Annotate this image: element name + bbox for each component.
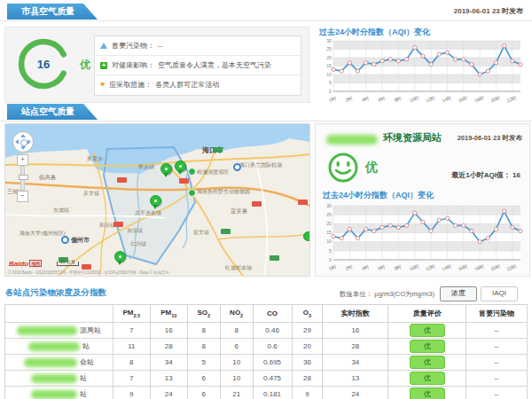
road-shield-icon bbox=[117, 177, 127, 183]
value-cell: 6 bbox=[187, 371, 220, 387]
heart-icon: ♥ bbox=[100, 75, 105, 94]
svg-text:4时: 4时 bbox=[361, 95, 370, 103]
air-quality-dashboard: 市县空气质量 2019-06-01 23 时发布 16 优 首要污染物：-- +… bbox=[0, 0, 532, 399]
table-title: 各站点污染物浓度及分指数 bbox=[5, 287, 106, 299]
zoom-track[interactable] bbox=[20, 166, 25, 191]
concentration-toggle-button[interactable]: 浓度 bbox=[440, 286, 477, 301]
poi-icon[interactable] bbox=[61, 236, 69, 244]
svg-text:10时: 10时 bbox=[409, 95, 420, 103]
column-header: SO2 bbox=[187, 305, 220, 323]
station-name-suffix: 会站 bbox=[80, 357, 94, 367]
info-row-health: +对健康影响：空气质量令人满意，基本无空气污染 bbox=[95, 56, 301, 75]
info-value: -- bbox=[158, 42, 162, 50]
map-attribution: © 2019 Baidu - GS(2018)5572号 - 甲测资字11009… bbox=[8, 270, 169, 275]
value-cell: 24 bbox=[323, 387, 388, 399]
map-place-label: 红旗村农场 bbox=[225, 264, 252, 272]
unit-note: 数值单位： μg/m3(CO为mg/m3) bbox=[340, 290, 434, 299]
station-marker-pin[interactable] bbox=[175, 160, 186, 172]
info-row-measures: ♥应采取措施：各类人群可正常活动 bbox=[95, 75, 301, 94]
svg-text:8时: 8时 bbox=[394, 263, 403, 271]
svg-text:10: 10 bbox=[326, 72, 332, 77]
road-shield-icon bbox=[252, 201, 262, 207]
map-pan-control[interactable] bbox=[12, 131, 34, 153]
station-marker-pin[interactable] bbox=[150, 195, 161, 207]
value-cell: 36 bbox=[292, 355, 323, 371]
svg-text:14时: 14时 bbox=[441, 95, 452, 103]
road-shield-icon bbox=[179, 178, 189, 184]
station-marker-pin[interactable] bbox=[160, 163, 172, 175]
station-column-header bbox=[5, 305, 113, 323]
primary-pollutant-cell: -- bbox=[466, 339, 528, 355]
svg-text:30: 30 bbox=[326, 38, 332, 43]
value-cell: 6 bbox=[187, 387, 220, 399]
value-cell: 28 bbox=[323, 339, 388, 355]
road-shield-icon bbox=[213, 147, 223, 153]
svg-text:12时: 12时 bbox=[425, 263, 436, 271]
svg-text:0: 0 bbox=[329, 257, 332, 262]
value-cell: 29 bbox=[292, 323, 323, 339]
city-aqi-panel: 16 优 首要污染物：-- +对健康影响：空气质量令人满意，基本无空气污染 ♥应… bbox=[4, 27, 309, 103]
pan-up-icon[interactable] bbox=[20, 134, 26, 137]
publish-date-top: 2019-06-01 23 时发布 bbox=[454, 6, 523, 16]
blurred-station-name bbox=[31, 374, 77, 383]
aqi-info-box: 首要污染物：-- +对健康影响：空气质量令人满意，基本无空气污染 ♥应采取措施：… bbox=[94, 35, 301, 96]
road-shield-icon bbox=[270, 255, 279, 261]
divider bbox=[0, 121, 532, 121]
svg-text:0: 0 bbox=[329, 89, 332, 94]
quality-badge: 优 bbox=[410, 372, 445, 385]
column-header: CO bbox=[253, 305, 292, 323]
baidu-logo: Baidu地图 bbox=[9, 260, 42, 268]
svg-text:2时: 2时 bbox=[345, 95, 354, 103]
baidu-map[interactable]: 海口市海口美兰国际机场程澜湖度假区海南热带野生动植物园定安县富文镇临高县美夏乡桥… bbox=[4, 123, 310, 277]
value-cell: 34 bbox=[150, 355, 187, 371]
value-cell: 0.46 bbox=[253, 323, 292, 339]
scenic-poi-icon[interactable] bbox=[188, 168, 196, 176]
map-place-label: 海口美兰国际机场 bbox=[239, 161, 282, 169]
zoom-handle[interactable] bbox=[19, 175, 28, 180]
svg-text:12时: 12时 bbox=[425, 95, 436, 103]
column-header: PM2.5 bbox=[113, 305, 150, 323]
station-marker-dot[interactable] bbox=[303, 231, 310, 241]
svg-text:22时: 22时 bbox=[506, 263, 518, 271]
scenic-poi-icon[interactable] bbox=[188, 189, 196, 197]
road-shield-icon bbox=[113, 222, 123, 227]
chart-title-station: 过去24小时分指数（AQI）变化 bbox=[323, 190, 434, 201]
station-name-suffix: 站 bbox=[82, 341, 90, 351]
station-publish-date: 2019-06-01 23 时发布 bbox=[458, 134, 522, 143]
value-cell: 9 bbox=[113, 387, 150, 399]
value-cell: 16 bbox=[323, 323, 388, 339]
zoom-in-button[interactable]: + bbox=[17, 154, 28, 166]
zoom-out-button[interactable]: − bbox=[17, 191, 28, 202]
pan-down-icon[interactable] bbox=[20, 146, 26, 150]
column-header: 实时指数 bbox=[323, 305, 388, 323]
map-place-label: 定安县 bbox=[231, 207, 248, 215]
column-header: PM10 bbox=[150, 305, 187, 323]
map-scale: 20 公里 bbox=[57, 259, 79, 266]
svg-text:16时: 16时 bbox=[458, 95, 469, 103]
health-icon: + bbox=[100, 62, 107, 69]
station-name-cell: 站 bbox=[5, 371, 113, 387]
value-cell: 16 bbox=[150, 323, 187, 339]
aqi-24h-chart-station: 0510152025300时2时4时6时8时10时12时14时16时18时20时… bbox=[319, 202, 525, 275]
station-marker-pin[interactable] bbox=[114, 251, 126, 262]
blurred-station-name bbox=[28, 342, 80, 351]
station-panel: 环境资源局站 2019-06-01 23 时发布 优 最近1小时AQI值： 16… bbox=[315, 123, 530, 277]
value-cell: 9 bbox=[292, 387, 323, 399]
table-row: 源局站716880.462916优-- bbox=[5, 323, 528, 339]
svg-text:5: 5 bbox=[329, 80, 332, 85]
divider bbox=[0, 20, 532, 21]
road-shield-icon bbox=[221, 229, 231, 234]
road-shield-icon bbox=[82, 264, 91, 270]
value-cell: 10 bbox=[220, 355, 253, 371]
map-place-label: 加乐镇 bbox=[127, 227, 143, 235]
poi-icon[interactable] bbox=[233, 163, 241, 171]
svg-text:0时: 0时 bbox=[328, 263, 337, 271]
station-name-cell: 会站 bbox=[5, 355, 113, 371]
iaqi-toggle-button[interactable]: IAQI bbox=[481, 286, 518, 301]
road-shield-icon bbox=[298, 200, 308, 205]
svg-text:2时: 2时 bbox=[345, 263, 354, 271]
pan-left-icon[interactable] bbox=[15, 139, 19, 145]
pan-right-icon[interactable] bbox=[27, 139, 31, 145]
column-header: 质量评价 bbox=[388, 305, 466, 323]
rating-cell: 优 bbox=[388, 371, 466, 387]
